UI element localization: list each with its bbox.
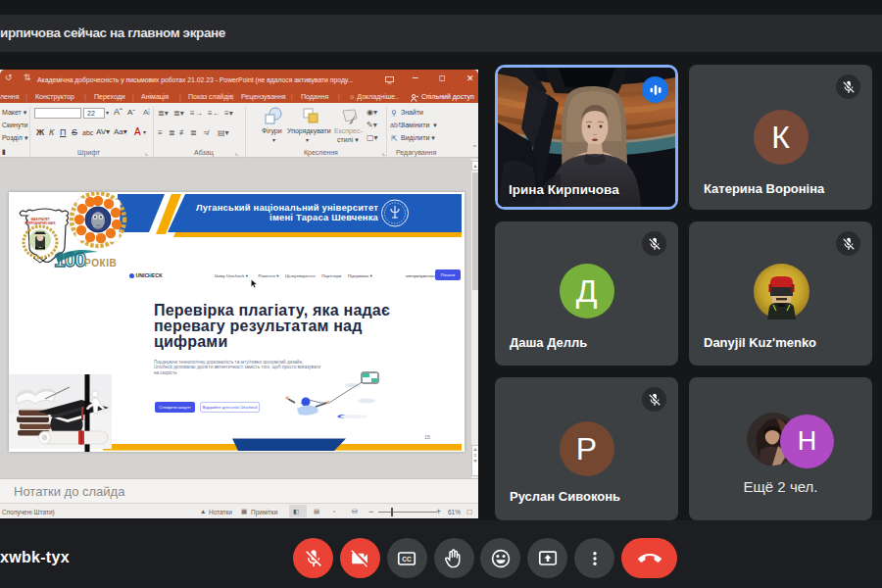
svg-text:ПРИРОДНИЧИХ НАУК: ПРИРОДНИЧИХ НАУК bbox=[25, 221, 56, 225]
svg-text:CC: CC bbox=[403, 555, 413, 562]
svg-text:100: 100 bbox=[54, 248, 85, 270]
svg-text:РОКІВ: РОКІВ bbox=[84, 258, 117, 269]
